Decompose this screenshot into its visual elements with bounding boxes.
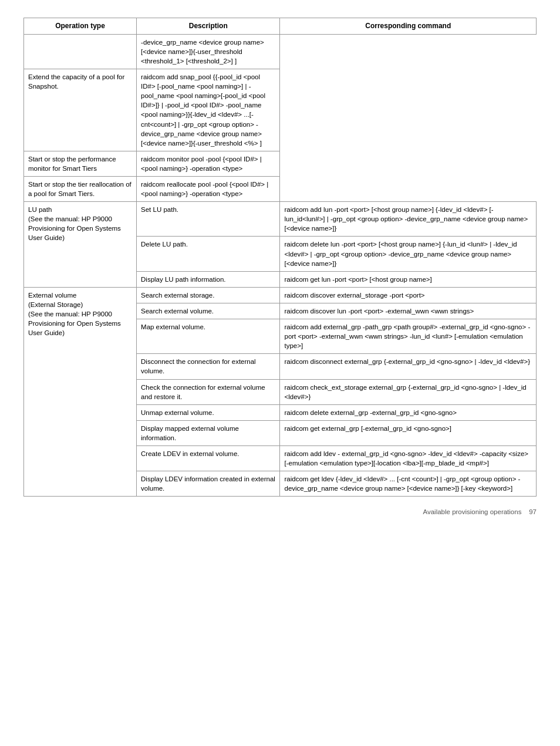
table-row: Start or stop the tier reallocation of a… <box>24 177 537 202</box>
cell-description: Display LU path information. <box>137 271 280 287</box>
cell-command: raidcom add lun -port <port> [<host grou… <box>280 202 537 237</box>
table-row: LU path (See the manual: HP P9000 Provis… <box>24 202 537 237</box>
cell-command: raidcom check_ext_storage external_grp {… <box>280 379 537 404</box>
page-number: 97 <box>529 508 537 515</box>
header-description: Description <box>137 18 280 35</box>
cell-description: Check the connection for external volume… <box>137 379 280 404</box>
cell-description: Start or stop the tier reallocation of a… <box>24 177 137 202</box>
cell-command: raidcom discover external_storage -port … <box>280 287 537 303</box>
cell-description: Set LU path. <box>137 202 280 237</box>
cell-command: raidcom delete lun -port <port> [<host g… <box>280 237 537 271</box>
cell-command: raidcom get lun -port <port> [<host grou… <box>280 271 537 287</box>
cell-command: raidcom get external_grp [-external_grp_… <box>280 420 537 445</box>
cell-description: Delete LU path. <box>137 237 280 271</box>
cell-description: Start or stop the performance monitor fo… <box>24 151 137 176</box>
cell-command: raidcom add ldev - external_grp_id <gno-… <box>280 445 537 471</box>
cell-description <box>24 34 137 69</box>
cell-command: raidcom delete external_grp -external_gr… <box>280 404 537 420</box>
cell-description: Display mapped external volume informati… <box>137 420 280 445</box>
cell-description: Search external storage. <box>137 287 280 303</box>
page-footer: Available provisioning operations 97 <box>23 508 537 515</box>
cell-description: Map external volume. <box>137 319 280 354</box>
cell-description: Create LDEV in external volume. <box>137 445 280 471</box>
cell-operation-type: External volume (External Storage) (See … <box>24 287 137 497</box>
cell-description: Disconnect the connection for external v… <box>137 354 280 379</box>
table-row: Start or stop the performance monitor fo… <box>24 151 537 176</box>
cell-command: -device_grp_name <device group name> [<d… <box>137 34 280 69</box>
cell-description: Display LDEV information created in exte… <box>137 471 280 497</box>
cell-command: raidcom reallocate pool -pool {<pool ID#… <box>137 177 280 202</box>
header-operation-type: Operation type <box>24 18 137 35</box>
cell-command: raidcom disconnect external_grp {-extern… <box>280 354 537 379</box>
cell-description: Unmap external volume. <box>137 404 280 420</box>
cell-command: raidcom discover lun -port <port> -exter… <box>280 303 537 319</box>
table-row: Extend the capacity of a pool for Snapsh… <box>24 69 537 151</box>
cell-description: Extend the capacity of a pool for Snapsh… <box>24 69 137 151</box>
header-command: Corresponding command <box>280 18 537 35</box>
table-row: External volume (External Storage) (See … <box>24 287 537 303</box>
cell-command: raidcom get ldev {-ldev_id <ldev#> ... [… <box>280 471 537 497</box>
table-row: -device_grp_name <device group name> [<d… <box>24 34 537 69</box>
cell-description: Search external volume. <box>137 303 280 319</box>
cell-operation-type: LU path (See the manual: HP P9000 Provis… <box>24 202 137 288</box>
cell-command: raidcom add snap_pool {{-pool_id <pool I… <box>137 69 280 151</box>
footer-text: Available provisioning operations <box>423 508 521 515</box>
cell-command: raidcom add external_grp -path_grp <path… <box>280 319 537 354</box>
cell-command: raidcom monitor pool -pool {<pool ID#> |… <box>137 151 280 176</box>
